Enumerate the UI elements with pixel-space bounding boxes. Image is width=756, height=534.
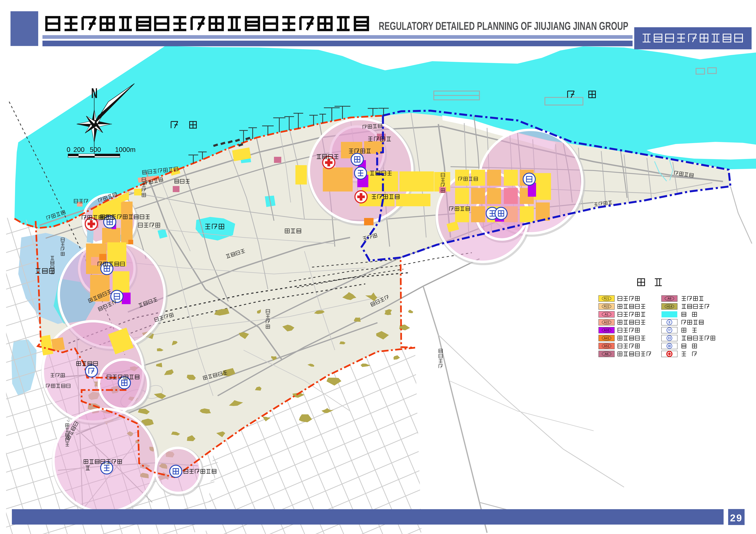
svg-text:A6: A6 [605, 352, 608, 356]
svg-text:H14: H14 [667, 305, 672, 308]
svg-text:A1: A1 [605, 313, 608, 316]
svg-text:R22: R22 [604, 305, 609, 308]
svg-text:0: 0 [67, 146, 70, 153]
svg-text:500: 500 [90, 146, 101, 153]
svg-text:A9: A9 [667, 297, 671, 300]
svg-text:A33: A33 [604, 329, 609, 332]
svg-text:N: N [91, 85, 97, 101]
svg-text:A22: A22 [604, 321, 609, 324]
svg-text:A41: A41 [604, 336, 609, 340]
svg-text:REGULATORY DETAILED PLANNING O: REGULATORY DETAILED PLANNING OF JIUJIANG… [379, 20, 628, 32]
svg-text:A51: A51 [604, 344, 609, 348]
svg-text:200: 200 [73, 146, 85, 153]
svg-text:1000m: 1000m [115, 146, 136, 153]
svg-text:29: 29 [730, 513, 742, 523]
svg-text:R21: R21 [604, 297, 609, 300]
